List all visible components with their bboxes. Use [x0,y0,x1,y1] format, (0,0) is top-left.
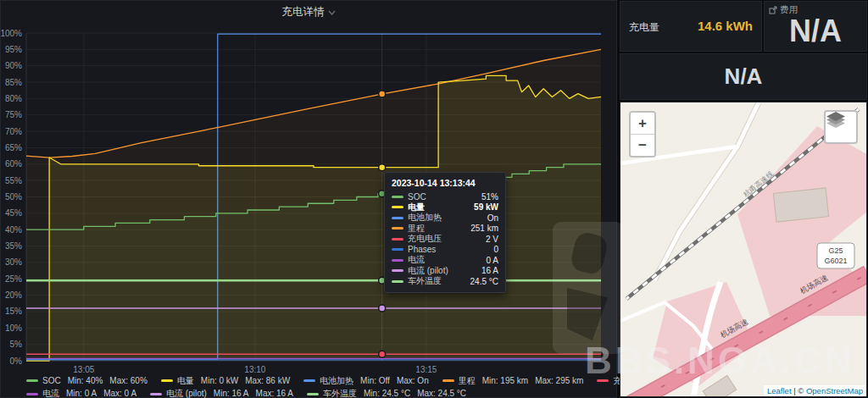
na-stat-value: N/A [725,64,763,90]
legend-item[interactable]: 电量Min: 0 kWMax: 86 kW [161,375,290,387]
chart-tooltip: 2023-10-14 13:13:44 SOC51%电量59 kW电池加热On里… [384,172,506,293]
chart-legend: SOCMin: 40%Max: 60%电量Min: 0 kWMax: 86 kW… [26,373,611,398]
map-layers-button[interactable] [824,110,858,144]
y-tick-label: 20% [5,290,22,300]
tooltip-row: 充电电压2 V [392,234,498,245]
map-zoom-in-button[interactable]: + [631,113,654,135]
tooltip-row: 电流 (pilot)16 A [392,266,498,277]
legend-item[interactable]: 电流 (pilot)Min: 16 AMax: 16 A [150,388,293,398]
layers-icon [826,112,846,129]
map-attribution: Leaflet | © OpenStreetMap [764,385,866,396]
fee-panel: 费用 N/A [764,1,867,52]
charge-amount-value: 14.6 kWh [698,19,753,33]
y-tick-label: 85% [5,78,22,87]
charge-amount-panel: 充电量 14.6 kWh [620,1,762,52]
charge-amount-label: 充电量 [629,20,659,35]
hover-dot [379,91,386,97]
y-tick-label: 30% [5,257,22,267]
fee-value: N/A [765,14,866,49]
y-tick-label: 45% [5,208,22,218]
legend-item[interactable]: 电池加热Min: OffMax: On [303,375,429,387]
y-tick-label: 5% [10,340,23,349]
svg-text:G25: G25 [828,246,843,255]
y-tick-label: 40% [5,225,22,235]
legend-item[interactable]: SOCMin: 40%Max: 60% [26,375,147,387]
tooltip-row: 电流0 A [392,255,498,266]
y-tick-label: 10% [5,323,22,333]
tooltip-row: 电量59 kW [392,202,498,213]
y-tick-label: 25% [5,274,22,284]
y-tick-label: 100% [1,29,22,38]
map-building [773,188,828,222]
na-stat-panel: N/A [620,53,867,100]
road-shield: G25 G6021 [817,243,854,268]
y-tick-label: 80% [5,94,22,103]
tooltip-row: 里程251 km [392,224,498,235]
chart-panel: 充电详情 100%95%90%85%80%75%70%65%60%55%50%4… [0,0,617,398]
tooltip-row: Phases0 [392,245,498,256]
leaflet-link[interactable]: Leaflet [767,386,792,395]
map-zoom-out-button[interactable]: − [631,135,654,156]
time-series-chart[interactable]: 100%95%90%85%80%75%70%65%60%55%50%45%40%… [1,1,618,398]
y-tick-label: 60% [5,159,22,169]
openstreetmap-link[interactable]: OpenStreetMap [806,386,863,395]
tooltip-row: 车外温度24.5 °C [392,276,498,287]
map-panel[interactable]: 杭甬高速线 机场高速 机场高速 G25 G6021 + − Leaflet | … [620,102,867,397]
y-tick-label: 90% [5,61,22,70]
hover-dot [379,164,386,171]
y-tick-label: 75% [5,110,22,119]
y-tick-label: 55% [5,176,22,185]
y-tick-label: 70% [5,127,22,136]
legend-item[interactable]: 里程Min: 195 kmMax: 295 km [442,375,584,387]
y-tick-label: 65% [5,143,22,152]
y-tick-label: 95% [5,45,22,54]
hover-dot [379,351,386,357]
map-canvas[interactable]: 杭甬高速线 机场高速 机场高速 G25 G6021 [620,102,867,397]
tooltip-row: SOC51% [392,191,498,202]
legend-item[interactable]: 电流Min: 0 AMax: 0 A [26,388,136,398]
y-tick-label: 35% [5,241,22,251]
tooltip-timestamp: 2023-10-14 13:13:44 [392,178,498,188]
hover-dot [379,305,386,312]
map-zoom-control: + − [629,111,656,158]
y-tick-label: 15% [5,307,22,316]
y-tick-label: 0% [10,357,23,366]
tooltip-row: 电池加热On [392,213,498,224]
y-tick-label: 50% [5,192,22,202]
svg-text:G6021: G6021 [824,257,847,265]
legend-item[interactable]: 车外温度Min: 24.5 °CMax: 24.5 °C [307,388,466,398]
